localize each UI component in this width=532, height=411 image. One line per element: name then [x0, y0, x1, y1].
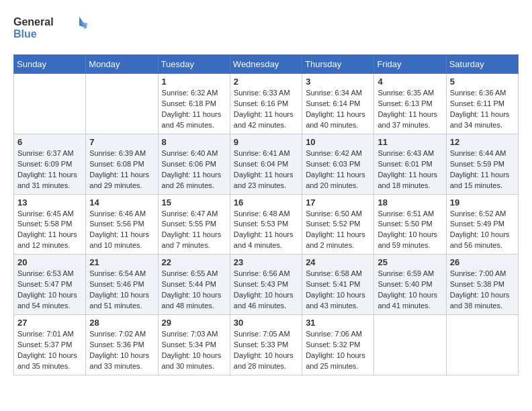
day-daylight: Daylight: 11 hours and 42 minutes. [234, 110, 294, 129]
day-number: 26 [450, 257, 515, 267]
day-sunrise: Sunrise: 6:45 AM [17, 210, 74, 218]
calendar-cell: 11 Sunrise: 6:43 AM Sunset: 6:01 PM Dayl… [374, 134, 446, 194]
calendar-cell: 23 Sunrise: 6:56 AM Sunset: 5:43 PM Dayl… [230, 255, 302, 315]
day-sunset: Sunset: 5:32 PM [306, 340, 360, 349]
day-sunrise: Sunrise: 6:42 AM [306, 149, 362, 157]
day-daylight: Daylight: 10 hours and 30 minutes. [162, 351, 222, 370]
calendar-cell: 15 Sunrise: 6:47 AM Sunset: 5:55 PM Dayl… [158, 194, 230, 255]
logo-icon: General Blue [13, 13, 87, 44]
calendar-cell: 26 Sunrise: 7:00 AM Sunset: 5:38 PM Dayl… [446, 255, 518, 315]
day-number: 12 [450, 137, 515, 147]
svg-text:Blue: Blue [13, 28, 37, 40]
day-sunset: Sunset: 5:38 PM [450, 280, 504, 288]
day-sunrise: Sunrise: 6:52 AM [450, 210, 506, 218]
day-number: 5 [450, 77, 515, 87]
day-number: 17 [306, 197, 370, 208]
calendar-cell: 6 Sunrise: 6:37 AM Sunset: 6:09 PM Dayli… [14, 134, 86, 194]
day-sunset: Sunset: 6:04 PM [234, 160, 288, 168]
day-sunrise: Sunrise: 7:06 AM [306, 330, 362, 338]
day-sunset: Sunset: 6:14 PM [306, 99, 360, 107]
day-daylight: Daylight: 11 hours and 23 minutes. [234, 171, 294, 189]
calendar-cell: 9 Sunrise: 6:41 AM Sunset: 6:04 PM Dayli… [230, 134, 302, 194]
day-daylight: Daylight: 10 hours and 28 minutes. [234, 351, 294, 370]
calendar-cell: 13 Sunrise: 6:45 AM Sunset: 5:58 PM Dayl… [14, 194, 86, 255]
day-daylight: Daylight: 11 hours and 4 minutes. [234, 230, 294, 249]
day-daylight: Daylight: 11 hours and 26 minutes. [162, 171, 222, 189]
day-sunrise: Sunrise: 6:40 AM [162, 149, 218, 157]
calendar-cell: 24 Sunrise: 6:58 AM Sunset: 5:41 PM Dayl… [302, 255, 374, 315]
day-daylight: Daylight: 11 hours and 18 minutes. [378, 171, 437, 189]
day-daylight: Daylight: 11 hours and 45 minutes. [162, 110, 222, 129]
day-sunset: Sunset: 6:06 PM [162, 160, 216, 168]
day-sunset: Sunset: 5:50 PM [378, 220, 432, 228]
day-daylight: Daylight: 11 hours and 7 minutes. [162, 230, 222, 249]
day-daylight: Daylight: 10 hours and 38 minutes. [450, 291, 510, 310]
day-sunrise: Sunrise: 6:33 AM [234, 89, 290, 97]
day-daylight: Daylight: 10 hours and 35 minutes. [17, 351, 77, 370]
calendar-cell: 10 Sunrise: 6:42 AM Sunset: 6:03 PM Dayl… [302, 134, 374, 194]
day-sunrise: Sunrise: 6:54 AM [89, 269, 146, 277]
day-number: 28 [89, 318, 154, 328]
calendar-table: SundayMondayTuesdayWednesdayThursdayFrid… [13, 54, 519, 375]
day-daylight: Daylight: 11 hours and 10 minutes. [89, 230, 149, 249]
day-daylight: Daylight: 10 hours and 59 minutes. [378, 230, 437, 249]
day-sunrise: Sunrise: 6:36 AM [450, 89, 506, 97]
day-daylight: Daylight: 10 hours and 54 minutes. [17, 291, 77, 310]
calendar-cell: 30 Sunrise: 7:05 AM Sunset: 5:33 PM Dayl… [230, 315, 302, 375]
day-sunrise: Sunrise: 6:48 AM [234, 210, 290, 218]
calendar-cell: 4 Sunrise: 6:35 AM Sunset: 6:13 PM Dayli… [374, 74, 446, 134]
calendar-cell [14, 74, 86, 134]
day-sunset: Sunset: 5:43 PM [234, 280, 288, 288]
day-number: 19 [450, 197, 515, 208]
day-number: 10 [306, 137, 370, 147]
page-header: General Blue [13, 13, 519, 44]
calendar-cell: 29 Sunrise: 7:03 AM Sunset: 5:34 PM Dayl… [158, 315, 230, 375]
day-daylight: Daylight: 10 hours and 25 minutes. [306, 351, 365, 370]
weekday-header-tuesday: Tuesday [158, 55, 230, 74]
day-sunset: Sunset: 5:37 PM [17, 340, 72, 349]
calendar-cell: 7 Sunrise: 6:39 AM Sunset: 6:08 PM Dayli… [86, 134, 158, 194]
calendar-cell: 18 Sunrise: 6:51 AM Sunset: 5:50 PM Dayl… [374, 194, 446, 255]
day-sunset: Sunset: 6:09 PM [17, 160, 72, 168]
day-number: 31 [306, 318, 370, 328]
day-number: 3 [306, 77, 370, 87]
calendar-cell: 14 Sunrise: 6:46 AM Sunset: 5:56 PM Dayl… [86, 194, 158, 255]
day-sunset: Sunset: 5:56 PM [89, 220, 144, 228]
calendar-cell: 16 Sunrise: 6:48 AM Sunset: 5:53 PM Dayl… [230, 194, 302, 255]
calendar-cell: 28 Sunrise: 7:02 AM Sunset: 5:36 PM Dayl… [86, 315, 158, 375]
day-number: 27 [17, 318, 82, 328]
day-sunrise: Sunrise: 6:44 AM [450, 149, 506, 157]
day-number: 18 [378, 197, 442, 208]
calendar-cell [86, 74, 158, 134]
day-number: 24 [306, 257, 370, 267]
calendar-cell: 1 Sunrise: 6:32 AM Sunset: 6:18 PM Dayli… [158, 74, 230, 134]
day-number: 1 [162, 77, 226, 87]
day-number: 6 [17, 137, 82, 147]
calendar-cell [374, 315, 446, 375]
day-number: 2 [234, 77, 298, 87]
day-sunrise: Sunrise: 6:47 AM [162, 210, 218, 218]
day-sunset: Sunset: 5:55 PM [162, 220, 216, 228]
day-daylight: Daylight: 10 hours and 46 minutes. [234, 291, 294, 310]
day-number: 16 [234, 197, 298, 208]
weekday-header-sunday: Sunday [14, 55, 86, 74]
day-number: 11 [378, 137, 442, 147]
day-number: 25 [378, 257, 442, 267]
calendar-cell: 25 Sunrise: 6:59 AM Sunset: 5:40 PM Dayl… [374, 255, 446, 315]
day-daylight: Daylight: 11 hours and 34 minutes. [450, 110, 510, 129]
day-number: 30 [234, 318, 298, 328]
day-sunset: Sunset: 5:40 PM [378, 280, 432, 288]
day-number: 9 [234, 137, 298, 147]
day-sunrise: Sunrise: 6:34 AM [306, 89, 362, 97]
day-sunset: Sunset: 5:49 PM [450, 220, 504, 228]
weekday-header-wednesday: Wednesday [230, 55, 302, 74]
day-number: 7 [89, 137, 154, 147]
calendar-cell: 5 Sunrise: 6:36 AM Sunset: 6:11 PM Dayli… [446, 74, 518, 134]
day-sunrise: Sunrise: 7:03 AM [162, 330, 218, 338]
day-sunset: Sunset: 6:03 PM [306, 160, 360, 168]
day-sunset: Sunset: 5:41 PM [306, 280, 360, 288]
day-sunset: Sunset: 5:34 PM [162, 340, 216, 349]
day-sunset: Sunset: 5:53 PM [234, 220, 288, 228]
calendar-cell: 22 Sunrise: 6:55 AM Sunset: 5:44 PM Dayl… [158, 255, 230, 315]
calendar-cell: 20 Sunrise: 6:53 AM Sunset: 5:47 PM Dayl… [14, 255, 86, 315]
